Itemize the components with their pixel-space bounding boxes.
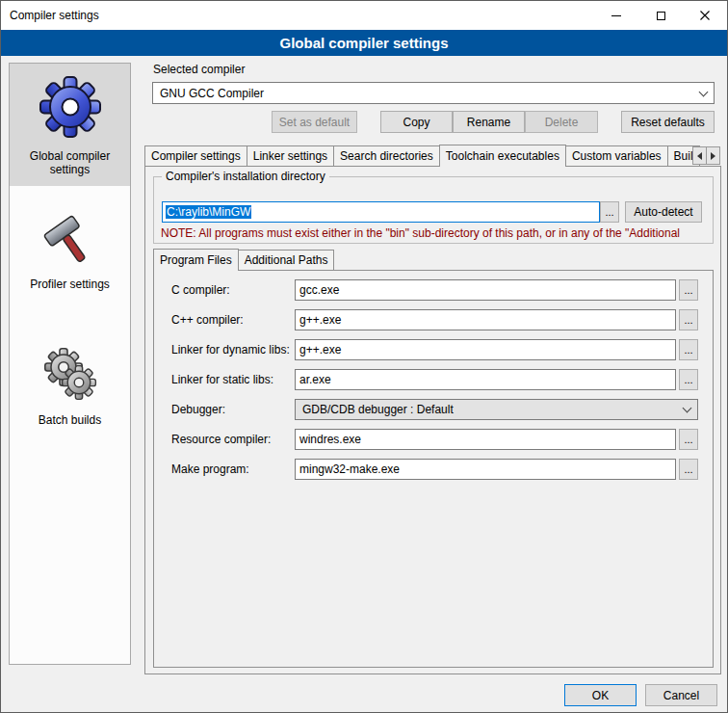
subtab-additional-paths[interactable]: Additional Paths (238, 250, 335, 270)
ok-button[interactable]: OK (564, 684, 637, 706)
resource-compiler-value: windres.exe (299, 433, 361, 446)
sidebar-item-label: Profiler settings (13, 277, 126, 291)
minimize-button[interactable] (594, 1, 638, 30)
cpp-compiler-value: g++.exe (299, 313, 341, 327)
tab-scroll-left-button[interactable] (692, 146, 707, 165)
selected-compiler-dropdown[interactable]: GNU GCC Compiler (152, 82, 715, 104)
field-row-resource-compiler: Resource compiler: windres.exe ... (154, 429, 713, 451)
compiler-settings-window: Compiler settings Global compiler settin… (0, 0, 728, 713)
subtab-bar: Program Files Additional Paths (153, 249, 333, 271)
chevron-right-icon (711, 152, 715, 160)
window-controls (594, 1, 727, 30)
dialog-header: Global compiler settings (1, 30, 727, 56)
field-label: C compiler: (171, 279, 230, 301)
make-program-value: mingw32-make.exe (299, 462, 400, 476)
minimize-icon (611, 15, 621, 16)
sidebar-item-profiler-settings[interactable]: Profiler settings (10, 199, 130, 301)
debugger-dropdown[interactable]: GDB/CDB debugger : Default (295, 399, 698, 420)
chevron-down-icon (683, 404, 692, 413)
installation-directory-input[interactable]: C:\raylib\MinGW (162, 201, 600, 223)
field-row-make-program: Make program: mingw32-make.exe ... (154, 459, 713, 481)
cancel-button[interactable]: Cancel (645, 684, 717, 706)
make-program-input[interactable]: mingw32-make.exe (295, 459, 676, 480)
browse-button[interactable]: ... (679, 369, 698, 390)
field-label: Linker for dynamic libs: (171, 339, 290, 360)
sidebar-item-label: Global compiler settings (13, 149, 126, 176)
linker-dynamic-input[interactable]: g++.exe (295, 339, 676, 360)
reset-defaults-button[interactable]: Reset defaults (621, 111, 715, 133)
rename-button[interactable]: Rename (453, 111, 525, 133)
installation-directory-value: C:\raylib\MinGW (166, 205, 251, 219)
subtab-program-files[interactable]: Program Files (153, 249, 239, 271)
resource-compiler-input[interactable]: windres.exe (295, 429, 676, 450)
field-row-linker-static: Linker for static libs: ar.exe ... (154, 369, 713, 391)
field-label: Linker for static libs: (171, 369, 273, 390)
gray-gears-icon (39, 343, 101, 405)
auto-detect-button[interactable]: Auto-detect (625, 201, 702, 223)
browse-button[interactable]: ... (679, 339, 698, 360)
window-title: Compiler settings (1, 9, 99, 22)
field-row-cpp-compiler: C++ compiler: g++.exe ... (154, 309, 713, 331)
program-files-panel: C compiler: gcc.exe ... C++ compiler: g+… (153, 270, 714, 668)
sidebar-item-batch-builds[interactable]: Batch builds (10, 333, 130, 436)
linker-static-value: ar.exe (299, 373, 331, 386)
browse-button[interactable]: ... (679, 459, 698, 480)
installation-directory-group-title: Compiler's installation directory (162, 170, 329, 183)
debugger-value: GDB/CDB debugger : Default (302, 403, 454, 416)
maximize-button[interactable] (638, 1, 683, 30)
titlebar[interactable]: Compiler settings (1, 1, 727, 30)
browse-button[interactable]: ... (679, 279, 698, 301)
field-label: Resource compiler: (171, 429, 271, 450)
field-row-debugger: Debugger: GDB/CDB debugger : Default (154, 399, 713, 421)
delete-button[interactable]: Delete (525, 111, 598, 133)
copy-button[interactable]: Copy (380, 111, 453, 133)
maximize-icon (657, 12, 665, 20)
linker-dynamic-value: g++.exe (299, 343, 341, 356)
cpp-compiler-input[interactable]: g++.exe (295, 309, 676, 330)
field-label: Make program: (171, 459, 249, 480)
tab-scroll-right-button[interactable] (706, 146, 720, 165)
hammer-icon (41, 209, 99, 269)
tab-search-directories[interactable]: Search directories (333, 145, 440, 166)
browse-button[interactable]: ... (679, 429, 698, 450)
note-text: NOTE: All programs must exist either in … (161, 226, 728, 240)
tab-scroll-controls (693, 146, 720, 165)
tab-bar: Compiler settings Linker settings Search… (144, 145, 721, 167)
field-row-linker-dynamic: Linker for dynamic libs: g++.exe ... (154, 339, 713, 361)
settings-category-sidebar: Global compiler settings Profiler settin… (9, 63, 131, 665)
linker-static-input[interactable]: ar.exe (295, 369, 676, 390)
blue-gear-icon (37, 73, 104, 141)
c-compiler-value: gcc.exe (299, 283, 339, 297)
close-icon (700, 11, 710, 20)
tab-toolchain-executables[interactable]: Toolchain executables (439, 145, 566, 167)
chevron-down-icon (699, 87, 709, 96)
sidebar-item-label: Batch builds (13, 413, 126, 427)
chevron-left-icon (697, 152, 702, 160)
close-button[interactable] (683, 1, 727, 30)
set-as-default-button[interactable]: Set as default (272, 111, 357, 133)
browse-button[interactable]: ... (679, 309, 698, 330)
sidebar-item-global-compiler-settings[interactable]: Global compiler settings (10, 64, 130, 186)
field-row-c-compiler: C compiler: gcc.exe ... (154, 279, 713, 302)
field-label: C++ compiler: (171, 309, 244, 330)
c-compiler-input[interactable]: gcc.exe (295, 279, 676, 301)
toolchain-executables-panel: Compiler's installation directory C:\ray… (144, 166, 721, 674)
selected-compiler-label: Selected compiler (153, 63, 245, 76)
tab-compiler-settings[interactable]: Compiler settings (144, 145, 247, 166)
selected-compiler-value: GNU GCC Compiler (160, 87, 264, 100)
tab-custom-variables[interactable]: Custom variables (565, 145, 668, 166)
installation-directory-browse-button[interactable]: ... (600, 201, 619, 223)
tab-linker-settings[interactable]: Linker settings (247, 145, 334, 166)
field-label: Debugger: (171, 399, 225, 420)
